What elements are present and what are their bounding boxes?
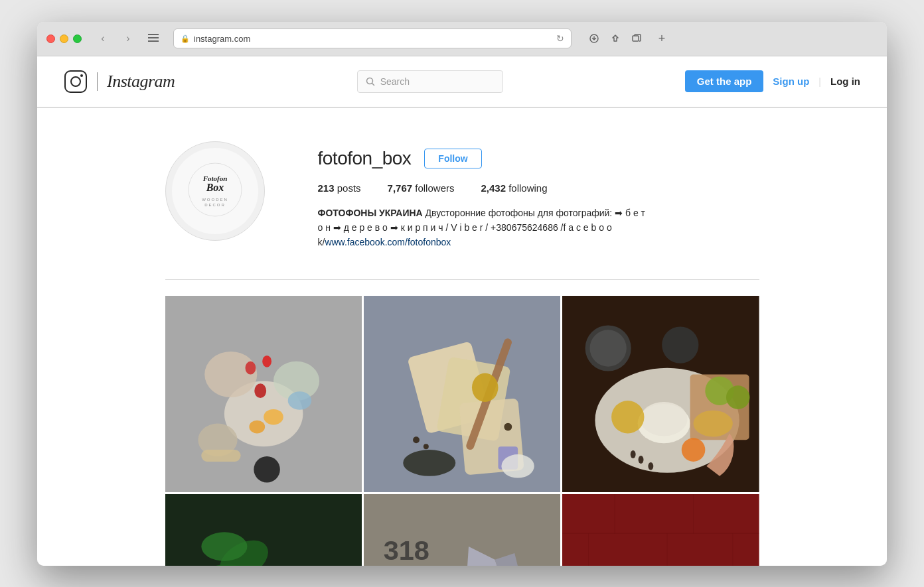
following-label: following: [508, 182, 547, 194]
svg-point-58: [611, 401, 644, 433]
lock-icon: 🔒: [181, 34, 190, 43]
browser-actions: [585, 29, 646, 48]
svg-point-38: [504, 423, 512, 430]
svg-point-56: [649, 462, 654, 470]
instagram-camera-icon: [64, 70, 88, 94]
svg-point-35: [472, 373, 499, 401]
svg-rect-1: [148, 37, 159, 38]
svg-text:Box: Box: [205, 182, 224, 193]
back-button[interactable]: ‹: [94, 29, 112, 48]
profile-stats: 213 posts 7,767 followers 2,432 followin…: [318, 182, 759, 194]
nav-divider: |: [818, 76, 821, 87]
svg-rect-80: [562, 494, 759, 565]
bio-bold: ФОТОФОНЫ УКРАИНА: [318, 208, 423, 218]
refresh-icon[interactable]: ↻: [556, 33, 564, 44]
avatar-image: Fotofon Box WOODEN DECOR: [172, 148, 258, 234]
svg-point-53: [694, 411, 733, 437]
instagram-wordmark: Instagram: [107, 72, 175, 92]
profile-avatar: Fotofon Box WOODEN DECOR: [165, 141, 265, 241]
address-bar[interactable]: 🔒 instagram.com ↻: [173, 29, 572, 48]
browser-window: ‹ › 🔒 instagram.com ↻ +: [37, 22, 887, 566]
add-tab-button[interactable]: +: [653, 29, 671, 48]
profile-section: Fotofon Box WOODEN DECOR fotofon_box Fol…: [152, 108, 773, 566]
grid-item-1[interactable]: [165, 296, 362, 492]
svg-point-25: [264, 409, 283, 425]
grid-item-5[interactable]: 318 АО: [364, 494, 560, 565]
svg-rect-4: [633, 36, 639, 41]
svg-point-24: [254, 383, 266, 398]
page-content: Instagram Search Get the app Sign up | L…: [37, 56, 887, 566]
username-row: fotofon_box Follow: [318, 148, 759, 169]
svg-point-49: [641, 402, 688, 436]
traffic-lights: [46, 34, 82, 43]
search-input[interactable]: Search: [357, 70, 503, 93]
svg-text:DECOR: DECOR: [204, 203, 226, 207]
svg-point-37: [424, 444, 429, 449]
close-button[interactable]: [46, 34, 55, 43]
svg-rect-5: [65, 71, 86, 92]
posts-stat: 213 posts: [318, 182, 361, 194]
grid-item-6[interactable]: [562, 494, 759, 565]
signup-link[interactable]: Sign up: [773, 76, 809, 87]
svg-text:WOODEN: WOODEN: [202, 198, 228, 202]
sidebar-icon[interactable]: [144, 29, 163, 48]
instagram-nav: Instagram Search Get the app Sign up | L…: [37, 56, 887, 107]
svg-text:318: 318: [383, 535, 429, 566]
search-icon: [366, 77, 375, 86]
svg-rect-2: [148, 40, 159, 42]
svg-point-41: [501, 454, 534, 478]
followers-count: 7,767: [388, 182, 413, 194]
profile-info: fotofon_box Follow 213 posts 7,767 follo…: [318, 141, 759, 250]
windows-button[interactable]: [627, 29, 646, 48]
logo-divider: [97, 72, 98, 91]
following-stat: 2,432 following: [481, 182, 547, 194]
profile-separator: [165, 279, 759, 280]
posts-label: posts: [337, 182, 361, 194]
follow-button[interactable]: Follow: [424, 149, 481, 168]
profile-username: fotofon_box: [318, 148, 412, 169]
profile-header: Fotofon Box WOODEN DECOR fotofon_box Fol…: [165, 141, 759, 250]
logo-area: Instagram: [64, 70, 175, 94]
maximize-button[interactable]: [73, 34, 82, 43]
followers-stat: 7,767 followers: [388, 182, 455, 194]
svg-point-36: [413, 436, 420, 443]
grid-item-2[interactable]: [364, 296, 560, 492]
bio-link[interactable]: www.facebook.com/fotofonbox: [325, 237, 451, 247]
svg-rect-0: [148, 34, 159, 35]
svg-rect-21: [201, 450, 240, 462]
browser-titlebar: ‹ › 🔒 instagram.com ↻ +: [37, 22, 887, 56]
svg-point-23: [262, 356, 271, 367]
nav-actions: Get the app Sign up | Log in: [685, 70, 860, 92]
photo-grid: 318 АО: [165, 296, 759, 566]
login-link[interactable]: Log in: [830, 76, 860, 87]
svg-point-55: [631, 450, 636, 458]
svg-point-22: [245, 361, 256, 374]
minimize-button[interactable]: [60, 34, 68, 43]
svg-point-47: [662, 326, 698, 363]
share-button[interactable]: [606, 29, 625, 48]
svg-point-26: [249, 420, 265, 433]
svg-point-6: [71, 77, 80, 86]
url-text: instagram.com: [194, 34, 250, 44]
search-placeholder: Search: [380, 76, 410, 87]
svg-point-57: [682, 438, 706, 462]
forward-button[interactable]: ›: [119, 29, 137, 48]
profile-bio: ФОТОФОНЫ УКРАИНА Двусторонние фотофоны д…: [318, 206, 650, 250]
svg-point-28: [254, 456, 280, 483]
search-area: Search: [194, 70, 664, 93]
svg-point-64: [201, 532, 247, 560]
svg-point-46: [590, 330, 627, 366]
followers-label: followers: [415, 182, 454, 194]
svg-point-18: [204, 352, 257, 397]
grid-item-3[interactable]: [562, 296, 759, 492]
get-app-button[interactable]: Get the app: [685, 70, 764, 92]
svg-point-7: [80, 74, 83, 77]
svg-point-27: [287, 391, 311, 410]
grid-item-4[interactable]: [165, 494, 362, 565]
following-count: 2,432: [481, 182, 506, 194]
download-button[interactable]: [585, 29, 603, 48]
posts-count: 213: [318, 182, 335, 194]
svg-point-40: [403, 450, 455, 476]
svg-point-52: [726, 385, 750, 409]
svg-point-54: [639, 456, 644, 464]
